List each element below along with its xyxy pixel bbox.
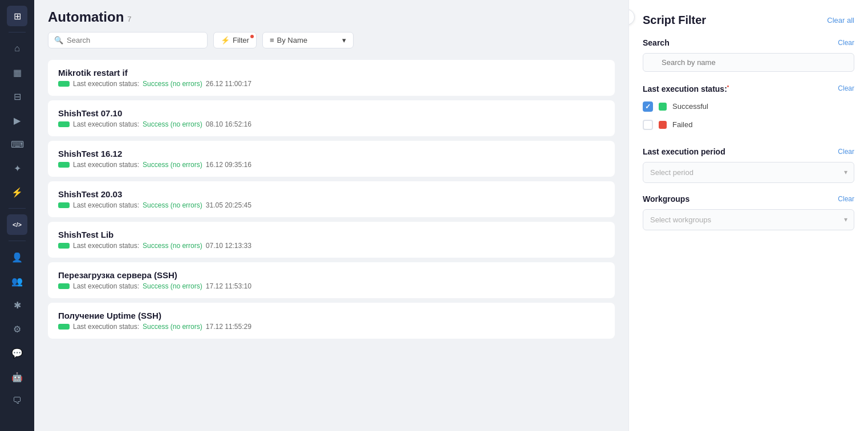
sidebar-icon-android[interactable]: 🤖 [7, 367, 27, 387]
script-name: Перезагрузка сервера (SSH) [58, 270, 605, 280]
status-dot [58, 162, 70, 168]
status-date: 17.12 11:55:29 [206, 323, 252, 331]
status-prefix: Last execution status: [73, 161, 139, 169]
status-date: 31.05 20:25:45 [206, 201, 252, 209]
keyboard-icon: ⌨ [11, 139, 24, 150]
comment-icon: 🗨 [13, 396, 22, 406]
filter-search-label: Search [643, 38, 670, 47]
script-item[interactable]: Mikrotik restart if Last execution statu… [48, 60, 615, 96]
search-input[interactable] [67, 36, 201, 44]
status-dot [58, 283, 70, 289]
script-status: Last execution status: Success (no error… [58, 120, 605, 128]
script-name: Получение Uptime (SSH) [58, 311, 605, 320]
filter-period-label: Last execution period [643, 147, 725, 156]
filter-status-header: Last execution status:• Clear [643, 83, 854, 93]
sidebar-icon-chat[interactable]: 💬 [7, 343, 27, 363]
sidebar-icon-group[interactable]: 👥 [7, 271, 27, 291]
main-content: Automation 7 🔍 ⚡ Filter ≡ By Name ▾ [34, 0, 628, 431]
period-select-wrapper: Select period [643, 162, 854, 183]
search-box[interactable]: 🔍 [48, 32, 208, 48]
script-status: Last execution status: Success (no error… [58, 242, 605, 250]
status-text: Success (no errors) [143, 161, 202, 169]
search-filter-input[interactable] [643, 53, 854, 72]
script-item[interactable]: ShishTest Lib Last execution status: Suc… [48, 222, 615, 258]
script-name: Mikrotik restart if [58, 68, 605, 78]
status-dot [58, 81, 70, 87]
status-option-failed[interactable]: Failed [643, 117, 854, 132]
sidebar-icon-play[interactable]: ▶ [7, 110, 27, 131]
script-item[interactable]: Перезагрузка сервера (SSH) Last executio… [48, 262, 615, 298]
sidebar-icon-keyboard[interactable]: ⌨ [7, 134, 27, 154]
lightning-icon: ⚡ [11, 187, 23, 198]
script-name: ShishTest 07.10 [58, 108, 605, 118]
sidebar-divider-1 [9, 32, 26, 32]
gear-icon: ⚙ [13, 324, 21, 335]
status-date: 16.12 09:35:16 [206, 161, 252, 169]
status-date: 08.10 16:52:16 [206, 120, 252, 128]
page-count: 7 [127, 15, 131, 23]
script-item[interactable]: ShishTest 07.10 Last execution status: S… [48, 100, 615, 136]
sidebar: ⊞ ⌂ ▦ ⊟ ▶ ⌨ ✦ ⚡ </> 👤 👥 ✱ ⚙ 💬 🤖 🗨 [0, 0, 34, 431]
asterisk-icon: ✱ [14, 300, 21, 311]
filter-period-clear[interactable]: Clear [838, 148, 854, 156]
code-icon: </> [13, 221, 22, 228]
status-date: 07.10 12:13:33 [206, 242, 252, 250]
script-item[interactable]: ShishTest 16.12 Last execution status: S… [48, 141, 615, 177]
status-dot [58, 202, 70, 208]
sidebar-icon-person[interactable]: 👤 [7, 247, 27, 267]
status-dot [58, 121, 70, 127]
sidebar-icon-gear[interactable]: ⚙ [7, 319, 27, 339]
checkbox-failed[interactable] [643, 120, 653, 130]
sidebar-icon-puzzle[interactable]: ✦ [7, 158, 27, 178]
filter-search-clear[interactable]: Clear [838, 39, 854, 47]
sidebar-icon-code[interactable]: </> [7, 214, 27, 235]
status-text: Success (no errors) [143, 80, 202, 88]
script-name: ShishTest 16.12 [58, 149, 605, 158]
sidebar-icon-chart[interactable]: ▦ [7, 62, 27, 83]
filter-active-dot [250, 35, 254, 38]
puzzle-icon: ✦ [14, 163, 21, 174]
group-icon: 👥 [11, 276, 23, 287]
status-prefix: Last execution status: [73, 282, 139, 290]
status-prefix: Last execution status: [73, 323, 139, 331]
filter-period-header: Last execution period Clear [643, 147, 854, 156]
sidebar-icon-grid2[interactable]: ⊟ [7, 86, 27, 107]
sidebar-divider-2 [9, 208, 26, 209]
script-list: Mikrotik restart if Last execution statu… [34, 53, 628, 431]
grid2-icon: ⊟ [14, 91, 21, 102]
sidebar-icon-asterisk[interactable]: ✱ [7, 295, 27, 315]
sort-select[interactable]: ≡ By Name ▾ [262, 32, 354, 48]
filter-workgroups-clear[interactable]: Clear [838, 195, 854, 203]
chart-icon: ▦ [13, 67, 22, 78]
status-label-successful: Successful [672, 102, 708, 111]
sidebar-icon-home[interactable]: ⌂ [7, 38, 27, 59]
filter-workgroups-label: Workgroups [643, 194, 689, 204]
checkbox-successful[interactable] [643, 101, 653, 112]
sidebar-icon-lightning[interactable]: ⚡ [7, 182, 27, 202]
page-header: Automation 7 🔍 ⚡ Filter ≡ By Name ▾ [34, 0, 628, 53]
sidebar-icon-grid[interactable]: ⊞ [7, 6, 27, 26]
filter-icon: ⚡ [221, 36, 230, 44]
workgroups-select[interactable]: Select workgroups [643, 209, 854, 230]
script-status: Last execution status: Success (no error… [58, 161, 605, 169]
chat-icon: 💬 [11, 348, 23, 359]
status-option-successful[interactable]: Successful [643, 99, 854, 114]
status-prefix: Last execution status: [73, 120, 139, 128]
filter-search-header: Search Clear [643, 38, 854, 47]
period-select[interactable]: Select period [643, 162, 854, 183]
filter-status-clear[interactable]: Clear [838, 84, 854, 92]
filter-status-label: Last execution status:• [643, 83, 729, 93]
workgroups-select-wrapper: Select workgroups [643, 209, 854, 230]
clear-all-button[interactable]: Clear all [827, 16, 854, 25]
filter-button[interactable]: ⚡ Filter [213, 32, 257, 48]
script-name: ShishTest Lib [58, 230, 605, 239]
filter-panel-title: Script Filter [643, 14, 706, 27]
filter-panel: ✕ Script Filter Clear all Search Clear 🔍… [628, 0, 868, 431]
search-filter-wrapper: 🔍 [643, 53, 854, 72]
status-label-failed: Failed [672, 120, 692, 129]
script-item[interactable]: ShishTest 20.03 Last execution status: S… [48, 181, 615, 217]
status-text: Success (no errors) [143, 242, 202, 250]
sidebar-icon-comment[interactable]: 🗨 [7, 391, 27, 411]
close-button[interactable]: ✕ [628, 9, 635, 25]
script-item[interactable]: Получение Uptime (SSH) Last execution st… [48, 303, 615, 339]
